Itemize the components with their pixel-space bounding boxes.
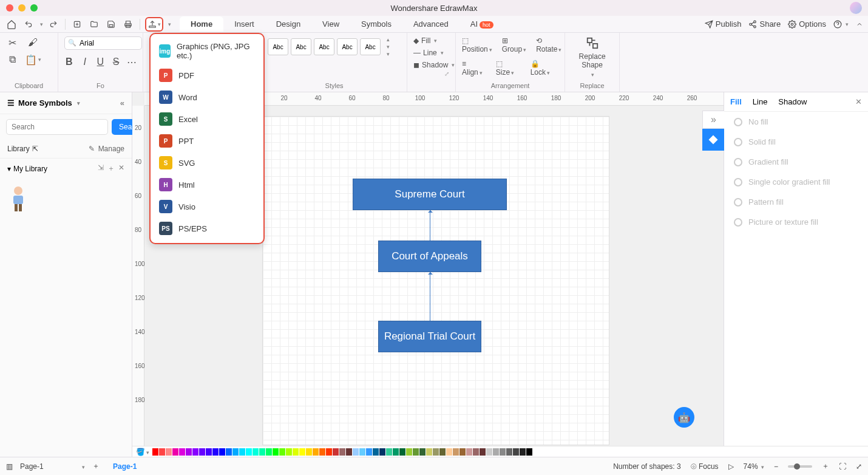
- tab-home[interactable]: Home: [180, 16, 223, 32]
- color-chip-19[interactable]: [279, 448, 285, 456]
- style-preset-2[interactable]: Abc: [291, 38, 311, 55]
- color-chip-53[interactable]: [506, 448, 512, 456]
- shape-n1[interactable]: Supreme Court: [353, 179, 507, 210]
- symbol-search-input[interactable]: [6, 119, 108, 135]
- size-dropdown[interactable]: ⬚ Size▾: [496, 60, 521, 77]
- color-chip-52[interactable]: [500, 448, 506, 456]
- style-preset-3[interactable]: Abc: [314, 38, 334, 55]
- zoom-slider[interactable]: [788, 465, 812, 468]
- color-chip-17[interactable]: [266, 448, 272, 456]
- zoom-out-icon[interactable]: −: [774, 462, 778, 471]
- color-chip-15[interactable]: [253, 448, 259, 456]
- fill-panel-icon[interactable]: [702, 129, 724, 151]
- color-chip-26[interactable]: [326, 448, 332, 456]
- options-button[interactable]: Options: [788, 19, 826, 29]
- prop-tab-fill[interactable]: Fill: [730, 97, 742, 106]
- color-chip-1[interactable]: [159, 448, 165, 456]
- page-tab-1[interactable]: Page-1: [107, 460, 143, 473]
- tab-advanced[interactable]: Advanced: [402, 16, 459, 32]
- fill-option-0[interactable]: No fill: [724, 112, 868, 132]
- color-chip-44[interactable]: [446, 448, 452, 456]
- panel-expand-icon[interactable]: »: [702, 111, 724, 129]
- font-family-input[interactable]: Arial: [64, 36, 142, 50]
- color-chip-16[interactable]: [259, 448, 265, 456]
- color-chip-38[interactable]: [406, 448, 412, 456]
- rotate-dropdown[interactable]: ⟲ Rotate▾: [536, 36, 561, 53]
- fill-option-1[interactable]: Solid fill: [724, 132, 868, 152]
- fullscreen-icon[interactable]: ⤢: [856, 462, 862, 471]
- tab-symbols[interactable]: Symbols: [350, 16, 402, 32]
- color-chip-33[interactable]: [373, 448, 379, 456]
- color-chip-30[interactable]: [353, 448, 359, 456]
- export-item-7[interactable]: VVisio: [153, 196, 261, 217]
- focus-button[interactable]: ⦾ Focus: [691, 462, 719, 471]
- open-file-icon[interactable]: [87, 18, 101, 31]
- prop-tab-line[interactable]: Line: [753, 97, 768, 106]
- fill-option-3[interactable]: Single color gradient fill: [724, 172, 868, 192]
- collapse-ribbon-icon[interactable]: [856, 21, 863, 28]
- color-chip-55[interactable]: [520, 448, 526, 456]
- color-chip-3[interactable]: [172, 448, 178, 456]
- color-chip-56[interactable]: [526, 448, 532, 456]
- color-chip-11[interactable]: [226, 448, 232, 456]
- color-chip-24[interactable]: [313, 448, 319, 456]
- export-item-3[interactable]: SExcel: [153, 108, 261, 130]
- copy-icon[interactable]: ⧉: [6, 53, 18, 66]
- tab-ai[interactable]: AIhot: [459, 16, 504, 32]
- lock-dropdown[interactable]: 🔒 Lock▾: [531, 60, 558, 77]
- color-chip-51[interactable]: [493, 448, 499, 456]
- shape-n2[interactable]: Court of Appeals: [378, 241, 481, 272]
- export-item-8[interactable]: PSPS/EPS: [153, 217, 261, 239]
- color-chip-41[interactable]: [426, 448, 432, 456]
- styles-up-icon[interactable]: ▴: [387, 36, 390, 43]
- help-icon[interactable]: ▾: [833, 20, 849, 29]
- color-chip-9[interactable]: [212, 448, 219, 456]
- paste-icon[interactable]: 📋▾: [27, 53, 39, 66]
- line-dropdown[interactable]: — Line▾: [413, 49, 449, 57]
- color-chip-7[interactable]: [199, 448, 205, 456]
- color-chip-34[interactable]: [379, 448, 385, 456]
- shadow-dropdown[interactable]: ◼ Shadow▾: [413, 61, 449, 69]
- color-chip-54[interactable]: [513, 448, 519, 456]
- italic-icon[interactable]: I: [80, 56, 90, 68]
- align-dropdown[interactable]: ≡ Align▾: [462, 60, 486, 77]
- prop-tab-shadow[interactable]: Shadow: [778, 97, 807, 106]
- color-chip-8[interactable]: [206, 448, 212, 456]
- color-chip-23[interactable]: [306, 448, 312, 456]
- page-selector[interactable]: Page-1 ▾: [20, 462, 85, 471]
- color-chip-45[interactable]: [453, 448, 459, 456]
- color-chip-50[interactable]: [486, 448, 492, 456]
- color-chip-28[interactable]: [339, 448, 345, 456]
- connector-2[interactable]: [430, 272, 430, 321]
- symbol-person-icon[interactable]: [6, 185, 30, 213]
- shape-n3[interactable]: Regional Trial Court: [378, 321, 481, 352]
- paint-bucket-icon[interactable]: 🪣▾: [136, 448, 149, 456]
- print-icon[interactable]: [121, 18, 135, 31]
- group-dropdown[interactable]: ⊞ Group▾: [502, 36, 526, 53]
- color-chip-40[interactable]: [419, 448, 426, 456]
- style-preset-1[interactable]: Abc: [268, 38, 288, 55]
- text-options-icon[interactable]: ⋯: [127, 56, 137, 68]
- export-item-4[interactable]: PPPT: [153, 130, 261, 152]
- color-chip-22[interactable]: [299, 448, 305, 456]
- color-chip-36[interactable]: [393, 448, 399, 456]
- export-button[interactable]: ▾: [145, 17, 163, 32]
- styles-down-icon[interactable]: ▾: [387, 44, 390, 50]
- position-dropdown[interactable]: ⬚ Position▾: [462, 36, 492, 53]
- manage-label[interactable]: Manage: [98, 145, 124, 153]
- color-chip-37[interactable]: [399, 448, 405, 456]
- home-icon[interactable]: [5, 18, 18, 31]
- tab-view[interactable]: View: [311, 16, 350, 32]
- export-item-0[interactable]: imgGraphics (PNG, JPG etc.): [153, 38, 261, 64]
- zoom-in-icon[interactable]: ＋: [822, 461, 829, 471]
- color-chip-32[interactable]: [366, 448, 372, 456]
- color-chip-29[interactable]: [346, 448, 352, 456]
- export-more-icon[interactable]: ▾: [168, 21, 171, 27]
- more-symbols-label[interactable]: More Symbols: [18, 98, 72, 108]
- save-icon[interactable]: [104, 18, 118, 31]
- expand-mylibrary-icon[interactable]: ▾: [7, 165, 11, 173]
- underline-icon[interactable]: U: [96, 56, 106, 68]
- redo-icon[interactable]: [47, 18, 60, 31]
- color-chip-13[interactable]: [239, 448, 245, 456]
- panel-toggle-icon[interactable]: ▥: [6, 462, 13, 471]
